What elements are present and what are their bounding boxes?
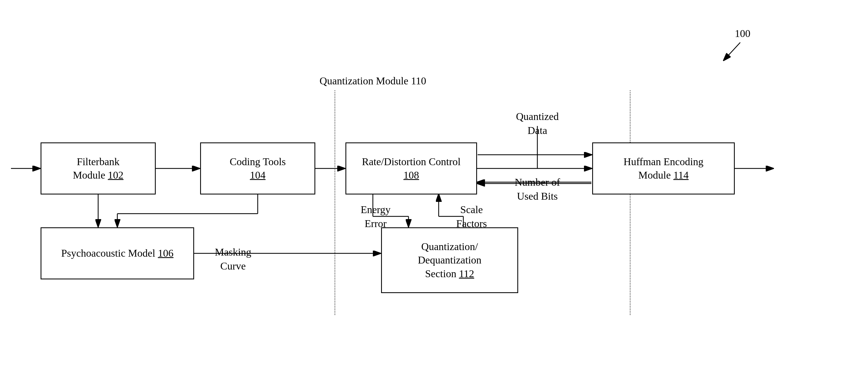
psychoacoustic-label: Psychoacoustic Model 106 [61,246,174,260]
huffman-box: Huffman EncodingModule 114 [592,142,735,195]
psychoacoustic-box: Psychoacoustic Model 106 [40,227,194,279]
number-used-bits-label: Number ofUsed Bits [499,175,576,204]
coding-tools-box: Coding Tools104 [200,142,315,195]
rate-distortion-label: Rate/Distortion Control108 [362,155,461,182]
filterbank-module-label: FilterbankModule 102 [73,155,124,182]
rate-distortion-box: Rate/Distortion Control108 [345,142,477,195]
quantization-section-label: Quantization/DequantizationSection 112 [418,240,482,280]
quantization-module-label: Quantization Module 110 [290,74,455,88]
diagram: 100 Quantization Module 110 FilterbankMo… [0,0,868,381]
energy-error-label: EnergyError [348,203,403,231]
scale-factors-label: ScaleFactors [444,203,499,231]
ref-100-label: 100 [735,27,750,39]
filterbank-module-box: FilterbankModule 102 [40,142,156,195]
svg-line-23 [724,42,740,60]
masking-curve-label: MaskingCurve [203,245,263,273]
quantized-data-label: QuantizedData [499,110,576,138]
coding-tools-label: Coding Tools104 [230,155,286,182]
huffman-label: Huffman EncodingModule 114 [623,155,704,182]
quantization-section-box: Quantization/DequantizationSection 112 [381,227,518,293]
